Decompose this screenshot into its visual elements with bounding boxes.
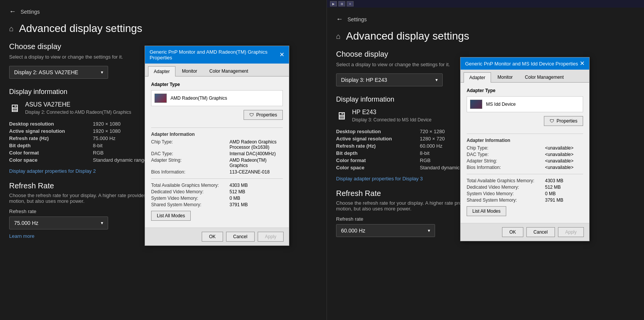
right-mem-value-3: 3791 MB: [545, 197, 563, 203]
left-dialog-tabs: Adapter Monitor Color Management: [145, 64, 289, 76]
left-mem-value-1: 512 MB: [230, 189, 245, 194]
left-app-title: Settings: [21, 9, 40, 15]
left-refresh-dropdown[interactable]: 75.000 Hz ▾: [9, 217, 108, 229]
right-info-label-5: Color space: [336, 165, 412, 170]
left-settings-panel: ← Settings ⌂ Advanced display settings C…: [0, 0, 327, 320]
right-ai-row-1: DAC Type: <unavailable>: [467, 152, 583, 157]
left-monitor-icon: 🖥: [9, 102, 20, 115]
left-display-dropdown[interactable]: Display 2: ASUS VA27EHE ▾: [9, 66, 108, 79]
right-adapter-info-section: Adapter Information Chip Type: <unavaila…: [467, 138, 583, 170]
right-display-name: HP E243: [352, 109, 432, 116]
left-info-label-1: Active signal resolution: [9, 128, 85, 134]
right-taskbar-btn-2[interactable]: ⊞: [338, 1, 345, 6]
right-dialog-tabs: Adapter Monitor Color Management: [461, 70, 589, 83]
right-refresh-dropdown-arrow: ▾: [428, 228, 430, 233]
right-mem-row-0: Total Available Graphics Memory: 4303 MB: [467, 178, 583, 183]
right-page-title: Advanced display settings: [346, 30, 469, 42]
left-header: ← Settings: [0, 0, 327, 19]
right-ai-value-0: <unavailable>: [545, 145, 574, 151]
left-info-label-2: Refresh rate (Hz): [9, 135, 85, 141]
right-monitor-icon: 🖥: [336, 110, 347, 122]
right-mem-label-0: Total Available Graphics Memory:: [467, 178, 543, 183]
left-adapter-card: AMD Radeon(TM) Graphics: [151, 90, 283, 106]
right-back-button[interactable]: ←: [336, 15, 343, 23]
left-properties-shield-icon: 🛡: [249, 112, 254, 118]
right-ai-value-3: <unavailable>: [545, 165, 574, 170]
left-info-label-3: Bit depth: [9, 143, 85, 148]
left-dialog-body: Adapter Type AMD Radeon(TM) Graphics 🛡 P…: [145, 76, 289, 228]
left-page-title: Advanced display settings: [19, 22, 142, 35]
left-memory-section: Total Available Graphics Memory: 4303 MB…: [151, 183, 283, 207]
right-dialog-apply-button[interactable]: Apply: [558, 227, 584, 237]
right-dialog-tab-color-management[interactable]: Color Management: [519, 72, 569, 82]
left-ai-value-1: Internal DAC(400MHz): [230, 151, 276, 156]
left-dialog-tab-adapter[interactable]: Adapter: [148, 66, 175, 76]
right-mem-label-1: Dedicated Video Memory:: [467, 185, 543, 190]
right-page-title-area: ⌂ Advanced display settings: [327, 27, 644, 50]
left-ai-value-3: 113-CEZANNE-018: [230, 169, 269, 175]
right-properties-dialog: Generic PnP Monitor and MS Idd Device Pr…: [460, 57, 590, 241]
right-ai-label-3: Bios Information:: [467, 165, 543, 170]
right-dialog-close-button[interactable]: ✕: [580, 60, 585, 67]
right-dialog-ok-button[interactable]: OK: [502, 227, 523, 237]
left-list-all-modes-button[interactable]: List All Modes: [151, 211, 191, 221]
left-dialog-close-button[interactable]: ✕: [279, 52, 284, 58]
left-ai-label-0: Chip Type:: [151, 139, 227, 150]
right-ai-row-2: Adapter String: <unavailable>: [467, 158, 583, 164]
right-mem-row-2: System Video Memory: 0 MB: [467, 191, 583, 196]
left-ai-label-1: DAC Type:: [151, 151, 227, 156]
left-dialog-title: Generic PnP Monitor and AMD Radeon(TM) G…: [150, 49, 279, 60]
left-properties-dialog: Generic PnP Monitor and AMD Radeon(TM) G…: [145, 46, 289, 246]
left-refresh-dropdown-value: 75.000 Hz: [14, 220, 38, 226]
right-ai-row-0: Chip Type: <unavailable>: [467, 145, 583, 151]
left-back-button[interactable]: ←: [9, 8, 16, 16]
right-display-card-info: HP E243 Display 3: Connected to MS Idd D…: [352, 109, 432, 123]
right-settings-panel: ▶ ⊞ ≡ ← Settings ⌂ Advanced display sett…: [327, 0, 644, 320]
left-display-sub: Display 2: Connected to AMD Radeon(TM) G…: [25, 110, 131, 115]
right-mem-row-3: Shared System Memory: 3791 MB: [467, 197, 583, 203]
left-dialog-tab-color-management[interactable]: Color Management: [204, 66, 254, 76]
left-mem-label-0: Total Available Graphics Memory:: [151, 183, 227, 188]
right-properties-shield-icon: 🛡: [550, 118, 554, 124]
left-dialog-apply-button[interactable]: Apply: [258, 232, 284, 242]
right-taskbar-btn-1[interactable]: ▶: [330, 1, 337, 6]
right-dialog-footer: OK Cancel Apply: [461, 223, 589, 241]
right-taskbar-btn-3[interactable]: ≡: [347, 1, 354, 6]
left-adapter-properties-button[interactable]: 🛡 Properties: [244, 110, 283, 120]
right-display-dropdown[interactable]: Display 3: HP E243 ▾: [336, 73, 443, 86]
right-dialog-tab-adapter[interactable]: Adapter: [464, 72, 491, 83]
right-dialog-tab-monitor[interactable]: Monitor: [492, 72, 518, 82]
right-dialog-title-bar: Generic PnP Monitor and MS Idd Device Pr…: [461, 57, 589, 70]
right-adapter-properties-button[interactable]: 🛡 Properties: [544, 116, 583, 126]
left-display-dropdown-value: Display 2: ASUS VA27EHE: [14, 69, 78, 75]
left-ai-label-2: Adapter String:: [151, 158, 227, 168]
right-app-title: Settings: [348, 16, 367, 22]
left-mem-label-1: Dedicated Video Memory:: [151, 189, 227, 194]
left-ai-row-0: Chip Type: AMD Radeon Graphics Processor…: [151, 139, 283, 150]
left-dialog-ok-button[interactable]: OK: [202, 232, 223, 242]
right-dialog-body: Adapter Type MS Idd Device 🛡 Properties …: [461, 83, 589, 223]
left-display-name: ASUS VA27EHE: [25, 101, 131, 108]
left-mem-value-0: 4303 MB: [230, 183, 248, 188]
right-ai-label-2: Adapter String:: [467, 158, 543, 164]
right-properties-btn-label: Properties: [556, 118, 577, 124]
right-display-sub: Display 3: Connected to MS Idd Device: [352, 117, 432, 123]
left-mem-row-2: System Video Memory: 0 MB: [151, 196, 283, 201]
left-ai-value-0: AMD Radeon Graphics Processor (0x1638): [230, 139, 283, 150]
right-display-dropdown-value: Display 3: HP E243: [341, 77, 387, 83]
right-list-all-modes-button[interactable]: List All Modes: [467, 206, 506, 216]
right-refresh-dropdown[interactable]: 60.000 Hz ▾: [336, 224, 435, 237]
left-dialog-tab-monitor[interactable]: Monitor: [176, 66, 203, 76]
left-refresh-dropdown-arrow: ▾: [101, 220, 103, 226]
left-info-label-0: Desktop resolution: [9, 121, 85, 127]
left-adapter-info-section: Adapter Information Chip Type: AMD Radeo…: [151, 132, 283, 175]
left-dialog-footer: OK Cancel Apply: [145, 228, 289, 245]
left-info-label-4: Color format: [9, 150, 85, 156]
right-ai-label-0: Chip Type:: [467, 145, 543, 151]
right-info-label-0: Desktop resolution: [336, 129, 412, 134]
left-dialog-cancel-button[interactable]: Cancel: [226, 232, 255, 242]
left-mem-row-1: Dedicated Video Memory: 512 MB: [151, 189, 283, 194]
right-dialog-cancel-button[interactable]: Cancel: [526, 227, 555, 237]
right-dialog-title: Generic PnP Monitor and MS Idd Device Pr…: [465, 61, 578, 67]
left-ai-value-2: AMD Radeon(TM) Graphics: [230, 158, 283, 168]
